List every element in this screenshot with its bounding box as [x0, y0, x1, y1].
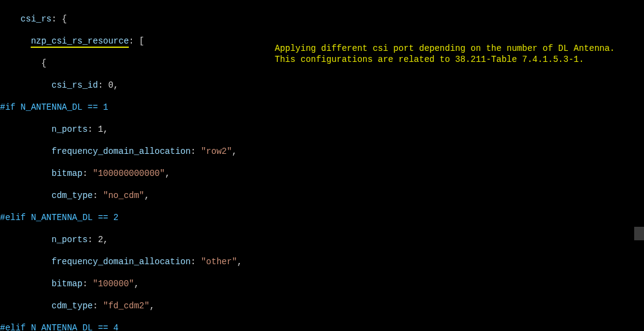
code-text [0, 257, 52, 267]
code-text [0, 80, 52, 90]
scrollbar-thumb[interactable] [634, 227, 644, 240]
key-freq-domain-alloc: frequency_domain_allocation [52, 257, 191, 267]
string-value: "other" [201, 257, 237, 267]
annotation-note: Applying different csi port depending on… [275, 32, 615, 65]
code-text [0, 146, 52, 156]
code-text [0, 169, 52, 178]
code-text: : [191, 146, 201, 156]
code-text: : 2, [88, 235, 109, 245]
string-value: "no_cdm" [103, 191, 144, 200]
code-text [0, 235, 52, 245]
annotation-line-1: Applying different csi port depending on… [275, 44, 615, 53]
code-text [0, 14, 21, 24]
code-text: : [82, 169, 93, 178]
code-text: : { [52, 14, 67, 24]
string-value: "100000000000" [93, 169, 165, 178]
code-text: , [150, 301, 155, 311]
code-text: , [232, 146, 237, 156]
code-text [0, 279, 52, 289]
annotation-line-2: This configurations are related to 38.21… [275, 55, 584, 64]
code-text: : [93, 301, 103, 311]
preprocessor-if-1: #if N_ANTENNA_DL == 1 [0, 102, 108, 112]
code-text: : [191, 257, 201, 267]
code-text [0, 124, 52, 134]
key-n-ports: n_ports [52, 124, 88, 134]
string-value: "fd_cdm2" [103, 301, 150, 311]
preprocessor-elif-2: #elif N_ANTENNA_DL == 2 [0, 213, 118, 223]
code-text: : [ [129, 36, 144, 46]
code-text: : 0, [98, 80, 119, 90]
key-n-ports: n_ports [52, 235, 88, 245]
code-text: , [134, 279, 139, 289]
code-text: , [165, 169, 170, 178]
string-value: "row2" [201, 146, 232, 156]
code-text [0, 191, 52, 200]
code-text: : 1, [88, 124, 109, 134]
key-csi-rs: csi_rs [21, 14, 52, 24]
key-cdm-type: cdm_type [52, 301, 93, 311]
code-text: , [237, 257, 242, 267]
preprocessor-elif-4: #elif N_ANTENNA_DL == 4 [0, 323, 118, 331]
key-nzp-csi-rs-resource: nzp_csi_rs_resource [31, 36, 129, 48]
key-freq-domain-alloc: frequency_domain_allocation [52, 146, 191, 156]
code-text: : [93, 191, 103, 200]
code-text [0, 301, 52, 311]
key-csi-rs-id: csi_rs_id [52, 80, 98, 90]
code-text: : [82, 279, 93, 289]
key-cdm-type: cdm_type [52, 191, 93, 200]
code-text: { [0, 58, 47, 68]
key-bitmap: bitmap [52, 169, 82, 178]
string-value: "100000" [93, 279, 134, 289]
key-bitmap: bitmap [52, 279, 82, 289]
code-text: , [144, 191, 149, 200]
code-text [0, 36, 31, 46]
